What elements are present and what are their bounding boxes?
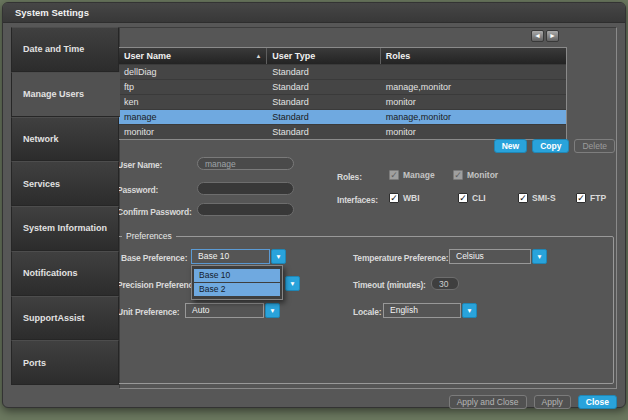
checkmark-icon: ✓ — [577, 193, 585, 203]
user-name-field[interactable] — [197, 157, 294, 170]
precision-preference-dropdown-button[interactable]: ▼ — [285, 276, 300, 291]
base-preference-dropdown-button[interactable]: ▼ — [271, 249, 286, 264]
close-button[interactable]: Close — [578, 395, 617, 409]
chevron-down-icon: ▼ — [289, 280, 295, 287]
table-cell: monitor — [381, 95, 566, 109]
checkmark-icon: ✓ — [459, 193, 467, 203]
tab-label: Date and Time — [23, 44, 84, 54]
column-header-user-name[interactable]: User Name▲ — [119, 48, 267, 64]
table-row[interactable]: ken Standard monitor — [119, 94, 566, 109]
password-label: Password: — [117, 185, 158, 195]
dialog-titlebar[interactable]: System Settings — [3, 3, 625, 23]
unit-preference-combobox[interactable]: Auto — [185, 303, 264, 318]
ftp-checkbox[interactable]: ✓ — [576, 193, 586, 203]
checkbox-label: WBI — [403, 193, 420, 203]
system-settings-dialog: System Settings Date and Time Manage Use… — [2, 2, 626, 408]
apply-and-close-button[interactable]: Apply and Close — [449, 395, 527, 409]
column-header-user-type[interactable]: User Type — [267, 48, 381, 64]
tab-label: Network — [23, 134, 59, 144]
sort-ascending-icon: ▲ — [255, 53, 261, 59]
base-preference-value: Base 10 — [198, 251, 229, 261]
chevron-down-icon: ▼ — [275, 253, 281, 260]
dialog-footer-buttons: Apply and Close Apply Close — [303, 395, 617, 409]
nav-back-button[interactable]: ◄ — [531, 30, 544, 42]
checkbox-label: FTP — [590, 193, 606, 203]
base-preference-label: Base Preference: — [121, 253, 187, 263]
column-header-roles[interactable]: Roles — [381, 48, 566, 64]
manage-role-checkbox[interactable]: ✓ — [389, 170, 399, 180]
checkmark-icon: ✓ — [390, 193, 398, 203]
timeout-field[interactable] — [431, 277, 459, 290]
temperature-preference-value: Celsius — [456, 251, 484, 261]
sidebar-item-network[interactable]: Network — [11, 117, 119, 162]
unit-preference-dropdown-button[interactable]: ▼ — [265, 303, 280, 318]
unit-preference-label: Unit Preference: — [117, 307, 179, 317]
table-cell: Standard — [267, 65, 381, 79]
sidebar-tabs: Date and Time Manage Users Network Servi… — [11, 27, 119, 385]
checkmark-icon: ✓ — [390, 170, 398, 180]
chevron-down-icon: ▼ — [536, 253, 542, 260]
tab-label: Ports — [23, 358, 46, 368]
table-header: User Name▲ User Type Roles — [119, 48, 566, 64]
interface-checkbox-cli: ✓ CLI — [458, 193, 486, 203]
checkbox-label: Monitor — [467, 170, 498, 180]
new-button[interactable]: New — [494, 139, 527, 153]
temperature-preference-label: Temperature Preference: — [353, 253, 448, 263]
locale-value: English — [390, 305, 418, 315]
sidebar-item-date-and-time[interactable]: Date and Time — [11, 27, 119, 72]
copy-button[interactable]: Copy — [532, 139, 569, 153]
temperature-preference-combobox[interactable]: Celsius — [449, 249, 531, 264]
table-cell: Standard — [267, 80, 381, 94]
sidebar-item-supportassist[interactable]: SupportAssist — [11, 296, 119, 341]
tab-label: System Information — [23, 223, 107, 233]
interface-checkbox-ftp: ✓ FTP — [576, 193, 606, 203]
chevron-down-icon: ▼ — [466, 307, 472, 314]
tab-label: Services — [23, 179, 60, 189]
table-row[interactable]: monitor Standard monitor — [119, 124, 566, 139]
monitor-role-checkbox[interactable]: ✓ — [453, 170, 463, 180]
timeout-label: Timeout (minutes): — [353, 280, 426, 290]
dropdown-option-base-10[interactable]: Base 10 — [194, 269, 280, 282]
temperature-preference-dropdown-button[interactable]: ▼ — [532, 249, 547, 264]
dialog-title: System Settings — [15, 7, 89, 18]
table-cell: Standard — [267, 95, 381, 109]
role-checkbox-manage: ✓ Manage — [389, 170, 435, 180]
dropdown-option-base-2[interactable]: Base 2 — [194, 283, 280, 296]
interface-checkbox-wbi: ✓ WBI — [389, 193, 420, 203]
apply-button[interactable]: Apply — [534, 395, 571, 409]
confirm-password-field[interactable] — [197, 203, 294, 216]
base-preference-combobox[interactable]: Base 10 — [191, 249, 270, 264]
user-name-label: User Name: — [117, 160, 162, 170]
cli-checkbox[interactable]: ✓ — [458, 193, 468, 203]
tab-label: Manage Users — [23, 89, 84, 99]
table-cell: Standard — [267, 110, 381, 124]
roles-label: Roles: — [337, 172, 362, 182]
smi-s-checkbox[interactable]: ✓ — [518, 193, 528, 203]
table-cell: dellDiag — [119, 65, 267, 79]
delete-button[interactable]: Delete — [574, 139, 615, 153]
table-row[interactable]: ftp Standard manage,monitor — [119, 79, 566, 94]
base-preference-dropdown-list: Base 10 Base 2 — [191, 265, 283, 300]
checkmark-icon: ✓ — [519, 193, 527, 203]
precision-preference-label: Precision Preference: — [117, 280, 200, 290]
column-label: User Name — [124, 51, 171, 61]
table-row[interactable]: dellDiag Standard — [119, 64, 566, 79]
table-row-selected[interactable]: manage Standard manage,monitor — [119, 109, 566, 124]
sidebar-item-notifications[interactable]: Notifications — [11, 251, 119, 296]
table-cell: ftp — [119, 80, 267, 94]
checkmark-icon: ✓ — [454, 170, 462, 180]
sidebar-item-system-information[interactable]: System Information — [11, 206, 119, 251]
tab-label: SupportAssist — [23, 313, 85, 323]
password-field[interactable] — [197, 182, 294, 195]
sidebar-item-manage-users[interactable]: Manage Users — [11, 72, 120, 117]
tab-label: Notifications — [23, 268, 78, 278]
arrow-left-icon: ◄ — [534, 32, 541, 39]
nav-forward-button[interactable]: ► — [546, 30, 559, 42]
sidebar-item-ports[interactable]: Ports — [11, 340, 119, 385]
locale-combobox[interactable]: English — [383, 303, 461, 318]
locale-dropdown-button[interactable]: ▼ — [462, 303, 477, 318]
arrow-right-icon: ► — [549, 32, 556, 39]
wbi-checkbox[interactable]: ✓ — [389, 193, 399, 203]
sidebar-item-services[interactable]: Services — [11, 161, 119, 206]
column-label: Roles — [386, 51, 411, 61]
